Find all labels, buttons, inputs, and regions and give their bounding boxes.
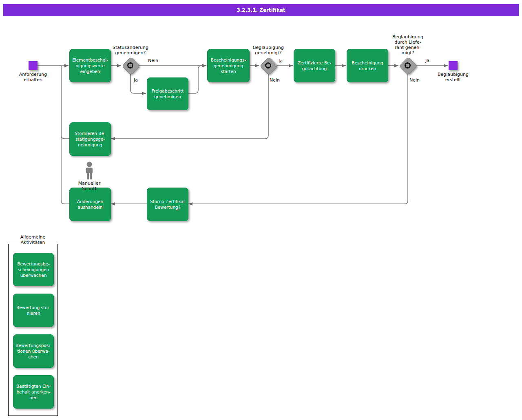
activity-stornieren-bestaetigungsgenehmigung: Stornieren Be- stätigungsge- nehmigung xyxy=(69,122,111,156)
edge-label-ja: Ja xyxy=(279,58,283,64)
activity-label: Freigabeschritt genehmigen xyxy=(152,88,184,99)
activity-freigabeschritt-genehmigen: Freigabeschritt genehmigen xyxy=(147,77,188,110)
activity-storno-zertifikat-bewertung: Storno Zertifikat Bewertung? xyxy=(147,188,188,221)
edge-decision1-ja-to-freigabe xyxy=(130,74,146,93)
decision-beglaubigung-gateway xyxy=(259,57,277,75)
edge-decision2-nein-to-stornieren xyxy=(111,74,268,139)
activity-label: Stornieren Be- stätigungsge- nehmigung xyxy=(75,130,105,148)
edge-label-nein: Nein xyxy=(148,58,158,63)
decision-lieferant-gateway xyxy=(399,57,417,75)
start-event xyxy=(29,61,38,70)
activity-label: Bestätigten Ein- behalt anerken- nen xyxy=(16,383,51,400)
activity-label: Bewertungsbe- scheinigungen überwachen xyxy=(17,261,50,278)
edge-label-ja: Ja xyxy=(425,58,429,63)
decision-lieferant-label: Beglaubigung durch Liefe- rant geneh- mi… xyxy=(379,34,436,55)
gateway-circle-icon xyxy=(127,62,133,69)
decision-beglaubigung-label: Beglaubigung genehmigt? xyxy=(240,45,297,55)
activity-label: Bescheinigung drucken xyxy=(352,60,383,71)
activity-label: Elementbeschei- nigungswerte eingeben xyxy=(72,57,108,74)
gateway-circle-icon xyxy=(405,62,411,69)
activity-label: Zertifizierte Be- gutachtung xyxy=(298,60,331,71)
process-diagram: 3.2.3.1. Zertifikat Anforderun xyxy=(0,0,522,420)
activity-label: Bewertungsposi- tionen überwa- chen xyxy=(15,343,51,360)
edge-label-nein: Nein xyxy=(270,77,280,83)
activity-zertifizierte-begutachtung: Zertifizierte Be- gutachtung xyxy=(294,49,335,82)
activity-label: Bescheinigungs- genehmigung starten xyxy=(211,57,246,74)
decision-statusaenderung-gateway xyxy=(122,57,139,75)
person-icon xyxy=(83,161,95,181)
end-event-label: Beglaubigung erstellt xyxy=(429,72,478,82)
manual-step-label: Manueller Schritt xyxy=(65,181,114,191)
diagram-title: 3.2.3.1. Zertifikat xyxy=(237,7,285,13)
activity-bestaetigten-einbehalt-anerkennen: Bestätigten Ein- behalt anerken- nen xyxy=(13,375,54,409)
end-event xyxy=(449,61,458,70)
edge-stornieren-loop-up xyxy=(61,66,69,139)
start-event-label: Anforderung erhalten xyxy=(9,72,58,82)
edge-label-nein: Nein xyxy=(409,77,420,83)
edge-label-ja: Ja xyxy=(134,77,138,83)
edge-decision3-nein-to-storno xyxy=(188,74,408,204)
decision-statusaenderung-label: Statusänderung genehmigen? xyxy=(102,45,159,55)
activity-aenderungen-aushandeln: Änderungen aushandeln xyxy=(69,188,111,221)
edge-freigabe-return xyxy=(188,66,204,93)
diagram-title-bar: 3.2.3.1. Zertifikat xyxy=(3,4,519,16)
gateway-circle-icon xyxy=(265,62,271,69)
activity-bewertungsbescheinigungen-ueberwachen: Bewertungsbe- scheinigungen überwachen xyxy=(13,253,54,286)
activity-label: Bewertung stor- nieren xyxy=(16,305,51,316)
activity-bewertung-stornieren: Bewertung stor- nieren xyxy=(13,294,54,327)
activity-label: Änderungen aushandeln xyxy=(77,199,103,210)
activity-label: Storno Zertifikat Bewertung? xyxy=(150,199,185,210)
activity-bewertungspositionen-ueberwachen: Bewertungsposi- tionen überwa- chen xyxy=(13,334,54,368)
